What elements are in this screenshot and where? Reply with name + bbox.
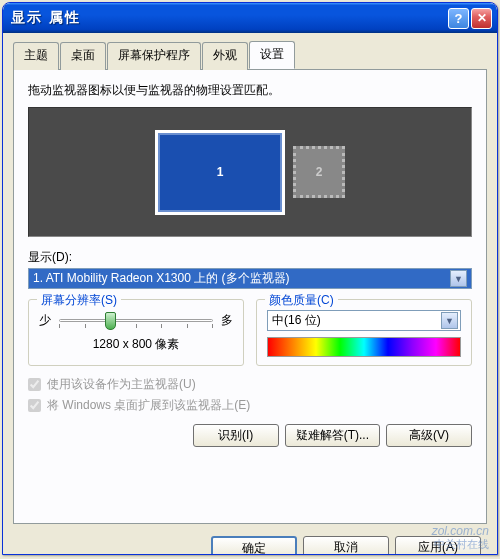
resolution-value: 1280 x 800 像素 (39, 336, 233, 353)
ok-button[interactable]: 确定 (211, 536, 297, 555)
resolution-group-title: 屏幕分辨率(S) (37, 292, 121, 309)
display-label: 显示(D): (28, 249, 472, 266)
slider-min-label: 少 (39, 312, 51, 329)
monitor-number: 2 (316, 165, 323, 179)
close-icon: ✕ (477, 11, 487, 25)
display-dropdown-value: 1. ATI Mobility Radeon X1300 上的 (多个监视器) (33, 270, 290, 287)
dialog-body: 主题 桌面 屏幕保护程序 外观 设置 拖动监视器图标以便与监视器的物理设置匹配。… (3, 33, 497, 554)
close-button[interactable]: ✕ (471, 8, 492, 29)
monitor-2[interactable]: 2 (293, 146, 345, 198)
panel-buttons: 识别(I) 疑难解答(T)... 高级(V) (28, 424, 472, 447)
tab-label: 设置 (260, 47, 284, 61)
tab-appearance[interactable]: 外观 (202, 42, 248, 70)
help-button[interactable]: ? (448, 8, 469, 29)
apply-button[interactable]: 应用(A) (395, 536, 481, 555)
primary-monitor-label: 使用该设备作为主监视器(U) (47, 376, 196, 393)
display-properties-window: 显示 属性 ? ✕ 主题 桌面 屏幕保护程序 外观 设置 拖动监视器图标以便与监… (2, 2, 498, 555)
tab-label: 外观 (213, 48, 237, 62)
dialog-buttons: 确定 取消 应用(A) (13, 536, 487, 555)
cancel-button[interactable]: 取消 (303, 536, 389, 555)
titlebar-buttons: ? ✕ (448, 8, 492, 29)
resolution-slider[interactable] (59, 310, 213, 330)
chevron-down-icon: ▼ (441, 312, 458, 329)
chevron-down-icon: ▼ (450, 270, 467, 287)
display-dropdown[interactable]: 1. ATI Mobility Radeon X1300 上的 (多个监视器) … (28, 268, 472, 289)
slider-ticks (59, 324, 213, 329)
instruction-text: 拖动监视器图标以便与监视器的物理设置匹配。 (28, 82, 472, 99)
settings-panel: 拖动监视器图标以便与监视器的物理设置匹配。 1 2 显示(D): 1. ATI … (13, 69, 487, 524)
color-spectrum-preview (267, 337, 461, 357)
advanced-button[interactable]: 高级(V) (386, 424, 472, 447)
troubleshoot-button[interactable]: 疑难解答(T)... (285, 424, 380, 447)
extend-desktop-checkbox (28, 399, 41, 412)
tab-settings[interactable]: 设置 (249, 41, 295, 69)
color-quality-group: 颜色质量(C) 中(16 位) ▼ (256, 299, 472, 366)
slider-max-label: 多 (221, 312, 233, 329)
color-quality-dropdown[interactable]: 中(16 位) ▼ (267, 310, 461, 331)
primary-monitor-checkbox (28, 378, 41, 391)
tab-desktop[interactable]: 桌面 (60, 42, 106, 70)
extend-desktop-label: 将 Windows 桌面扩展到该监视器上(E) (47, 397, 250, 414)
tab-label: 桌面 (71, 48, 95, 62)
settings-columns: 屏幕分辨率(S) 少 多 1280 x 800 像素 颜色质量(C) (28, 299, 472, 366)
titlebar[interactable]: 显示 属性 ? ✕ (3, 3, 497, 33)
tab-label: 屏幕保护程序 (118, 48, 190, 62)
tab-strip: 主题 桌面 屏幕保护程序 外观 设置 (13, 41, 487, 69)
identify-button[interactable]: 识别(I) (193, 424, 279, 447)
resolution-slider-row: 少 多 (39, 310, 233, 330)
slider-track-line (59, 319, 213, 322)
resolution-group: 屏幕分辨率(S) 少 多 1280 x 800 像素 (28, 299, 244, 366)
monitor-arrangement-area[interactable]: 1 2 (28, 107, 472, 237)
color-quality-value: 中(16 位) (272, 312, 321, 329)
primary-monitor-checkbox-row: 使用该设备作为主监视器(U) (28, 376, 472, 393)
tab-themes[interactable]: 主题 (13, 42, 59, 70)
extend-desktop-checkbox-row: 将 Windows 桌面扩展到该监视器上(E) (28, 397, 472, 414)
monitor-1[interactable]: 1 (155, 130, 285, 215)
monitor-options: 使用该设备作为主监视器(U) 将 Windows 桌面扩展到该监视器上(E) (28, 376, 472, 414)
color-quality-title: 颜色质量(C) (265, 292, 338, 309)
tab-label: 主题 (24, 48, 48, 62)
window-title: 显示 属性 (11, 9, 448, 27)
monitor-number: 1 (217, 165, 224, 179)
tab-screensaver[interactable]: 屏幕保护程序 (107, 42, 201, 70)
slider-thumb[interactable] (105, 312, 116, 330)
